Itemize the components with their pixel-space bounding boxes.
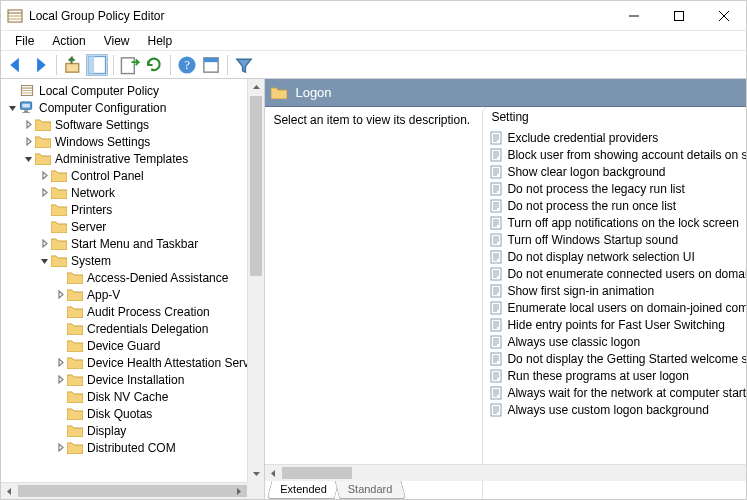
setting-row[interactable]: Always use custom logon background <box>487 401 747 418</box>
tab-standard[interactable]: Standard <box>334 481 405 499</box>
show-tree-button[interactable] <box>86 54 108 76</box>
tree-start-menu-and-taskbar[interactable]: Start Menu and Taskbar <box>5 235 264 252</box>
tree-label: Start Menu and Taskbar <box>71 237 198 251</box>
tree-software-settings[interactable]: Software Settings <box>5 116 264 133</box>
folder-icon <box>67 424 83 437</box>
setting-row[interactable]: Run these programs at user logon <box>487 367 747 384</box>
folder-icon <box>67 271 83 284</box>
tree-root[interactable]: Local Computer Policy <box>5 82 264 99</box>
setting-label: Do not process the run once list <box>507 199 676 213</box>
forward-button[interactable] <box>29 54 51 76</box>
expand-open-icon[interactable] <box>21 152 35 166</box>
setting-row[interactable]: Show clear logon background <box>487 163 747 180</box>
folder-icon <box>51 237 67 250</box>
setting-row[interactable]: Do not enumerate connected users on doma… <box>487 265 747 282</box>
menu-action[interactable]: Action <box>44 32 93 50</box>
tab-extended[interactable]: Extended <box>267 481 340 499</box>
tree-system-child[interactable]: Device Health Attestation Service <box>5 354 264 371</box>
menu-help[interactable]: Help <box>140 32 181 50</box>
expand-closed-icon[interactable] <box>37 186 51 200</box>
tree-system-child[interactable]: Audit Process Creation <box>5 303 264 320</box>
expand-closed-icon[interactable] <box>37 237 51 251</box>
tree-label: Local Computer Policy <box>39 84 159 98</box>
setting-row[interactable]: Always wait for the network at computer … <box>487 384 747 401</box>
setting-row[interactable]: Block user from showing account details … <box>487 146 747 163</box>
scroll-thumb[interactable] <box>18 485 258 497</box>
policy-icon <box>489 148 503 162</box>
tree-system-child[interactable]: Credentials Delegation <box>5 320 264 337</box>
tree-system-child[interactable]: Disk NV Cache <box>5 388 264 405</box>
scroll-left-icon[interactable] <box>1 483 18 499</box>
scroll-left-icon[interactable] <box>265 465 282 481</box>
svg-rect-21 <box>22 104 29 108</box>
setting-row[interactable]: Do not display the Getting Started welco… <box>487 350 747 367</box>
menu-view[interactable]: View <box>96 32 138 50</box>
svg-rect-10 <box>88 56 94 73</box>
scroll-right-icon[interactable] <box>230 483 247 499</box>
expand-closed-icon[interactable] <box>37 169 51 183</box>
scroll-thumb[interactable] <box>282 467 352 479</box>
setting-label: Show first sign-in animation <box>507 284 654 298</box>
expand-closed-icon[interactable] <box>53 373 67 387</box>
setting-row[interactable]: Hide entry points for Fast User Switchin… <box>487 316 747 333</box>
tree-horizontal-scrollbar[interactable] <box>1 482 247 499</box>
expand-closed-icon[interactable] <box>53 356 67 370</box>
tree-system-child[interactable]: Distributed COM <box>5 439 264 456</box>
expand-closed-icon[interactable] <box>21 135 35 149</box>
expand-spacer <box>5 84 19 98</box>
setting-label: Do not process the legacy run list <box>507 182 684 196</box>
menu-file[interactable]: File <box>7 32 42 50</box>
tree-printers[interactable]: Printers <box>5 201 264 218</box>
tree-server[interactable]: Server <box>5 218 264 235</box>
properties-button[interactable] <box>200 54 222 76</box>
tree-computer-configuration[interactable]: Computer Configuration <box>5 99 264 116</box>
minimize-button[interactable] <box>611 1 656 30</box>
setting-row[interactable]: Do not process the legacy run list <box>487 180 747 197</box>
folder-icon <box>67 322 83 335</box>
setting-label: Run these programs at user logon <box>507 369 688 383</box>
maximize-button[interactable] <box>656 1 701 30</box>
list-horizontal-scrollbar[interactable] <box>265 464 747 481</box>
setting-row[interactable]: Turn off app notifications on the lock s… <box>487 214 747 231</box>
tree-vertical-scrollbar[interactable] <box>247 79 264 482</box>
expand-spacer <box>53 322 67 336</box>
tree-label: Network <box>71 186 115 200</box>
setting-row[interactable]: Always use classic logon <box>487 333 747 350</box>
tree-system-child[interactable]: Access-Denied Assistance <box>5 269 264 286</box>
tree-control-panel[interactable]: Control Panel <box>5 167 264 184</box>
expand-open-icon[interactable] <box>5 101 19 115</box>
tree-system[interactable]: System <box>5 252 264 269</box>
scroll-thumb[interactable] <box>250 96 262 276</box>
expand-closed-icon[interactable] <box>53 441 67 455</box>
tree-system-child[interactable]: Device Guard <box>5 337 264 354</box>
back-button[interactable] <box>5 54 27 76</box>
scroll-down-icon[interactable] <box>248 465 264 482</box>
help-button[interactable]: ? <box>176 54 198 76</box>
refresh-button[interactable] <box>143 54 165 76</box>
tree-system-child[interactable]: App-V <box>5 286 264 303</box>
export-button[interactable] <box>119 54 141 76</box>
tree-system-child[interactable]: Device Installation <box>5 371 264 388</box>
setting-row[interactable]: Exclude credential providers <box>487 129 747 146</box>
folder-icon <box>51 220 67 233</box>
tree-system-child[interactable]: Display <box>5 422 264 439</box>
folder-icon <box>51 254 67 267</box>
setting-row[interactable]: Show first sign-in animation <box>487 282 747 299</box>
tree-administrative-templates[interactable]: Administrative Templates <box>5 150 264 167</box>
setting-row[interactable]: Enumerate local users on domain-joined c… <box>487 299 747 316</box>
expand-open-icon[interactable] <box>37 254 51 268</box>
svg-rect-22 <box>24 110 28 112</box>
close-button[interactable] <box>701 1 746 30</box>
expand-closed-icon[interactable] <box>21 118 35 132</box>
column-header-setting[interactable]: Setting <box>483 107 747 129</box>
tree-windows-settings[interactable]: Windows Settings <box>5 133 264 150</box>
setting-row[interactable]: Do not display network selection UI <box>487 248 747 265</box>
up-level-button[interactable] <box>62 54 84 76</box>
setting-row[interactable]: Do not process the run once list <box>487 197 747 214</box>
tree-network[interactable]: Network <box>5 184 264 201</box>
scroll-up-icon[interactable] <box>248 79 264 96</box>
expand-closed-icon[interactable] <box>53 288 67 302</box>
tree-system-child[interactable]: Disk Quotas <box>5 405 264 422</box>
setting-row[interactable]: Turn off Windows Startup sound <box>487 231 747 248</box>
filter-button[interactable] <box>233 54 255 76</box>
